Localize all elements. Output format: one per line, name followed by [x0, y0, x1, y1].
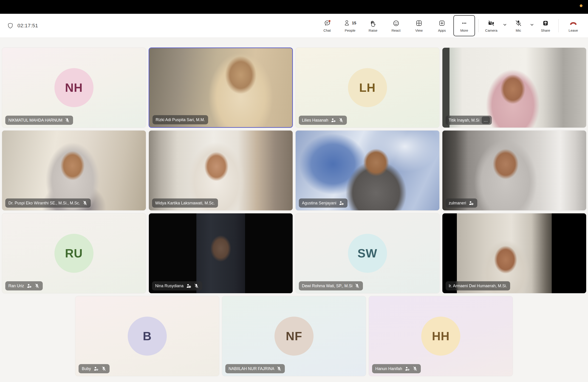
participant-tile[interactable]: Nina Rusydiana ? — [149, 213, 293, 293]
participant-tile[interactable]: Ir. Armaeni Dwi Humaerah, M.Si. — [442, 213, 586, 293]
shield-icon[interactable] — [7, 22, 14, 30]
name-plate: Dr. Puspi Eko Wiranthi SE., M.Si., M.Sc. — [5, 198, 91, 208]
person-badge-icon: ? — [186, 283, 191, 289]
avatar-initials: HH — [421, 317, 460, 356]
toolbar-left: 02:17:51 — [7, 22, 38, 30]
camera-button[interactable]: Camera — [482, 15, 501, 36]
svg-text:?: ? — [408, 368, 409, 371]
mic-muted-icon — [83, 201, 87, 206]
view-button[interactable]: View — [407, 15, 430, 36]
raise-hand-icon — [369, 19, 377, 27]
participant-tile[interactable]: HH Hanun Hanifah ? — [369, 296, 513, 376]
name-plate: Agustina Senjayani ! — [299, 198, 348, 208]
participant-tile[interactable]: RU Ran Uriz ! — [2, 213, 146, 293]
share-button[interactable]: Share — [536, 15, 555, 36]
leave-button[interactable]: Leave — [562, 15, 585, 36]
phone-hangup-icon — [569, 19, 577, 27]
participant-grid: NH NIKMATUL MAHDA HARNUM Rizki Adi Puspi… — [0, 38, 588, 376]
mic-muted-icon — [338, 118, 344, 123]
mic-muted-icon — [276, 366, 282, 371]
participant-tile[interactable]: B Buby ? — [75, 296, 219, 376]
person-badge-icon: ? — [468, 201, 474, 206]
participant-name: Buby — [82, 366, 91, 371]
grid-view-icon — [415, 19, 423, 27]
mic-button[interactable]: Mic — [509, 15, 528, 36]
person-badge-icon: ? — [93, 366, 99, 371]
participant-name: NABIILAH NUR FAJRINA — [229, 366, 274, 371]
ellipsis-icon — [461, 19, 468, 27]
apps-button[interactable]: Apps — [430, 15, 453, 36]
share-arrow-icon — [542, 19, 549, 27]
mic-muted-icon — [101, 366, 106, 371]
name-plate: Nina Rusydiana ? — [152, 281, 202, 290]
react-button[interactable]: React — [384, 15, 407, 36]
avatar-initials: RU — [54, 234, 93, 273]
avatar-initials: B — [128, 317, 167, 356]
svg-text:?: ? — [97, 368, 98, 371]
participant-tile[interactable]: Rizki Adi Puspita Sari, M.M. — [149, 47, 293, 128]
name-plate: Hanun Hanifah ? — [372, 364, 421, 373]
participant-tile[interactable]: LH Lilies Hasanah ! — [295, 47, 440, 128]
mic-muted-icon — [34, 283, 40, 288]
participant-tile[interactable]: zulmaneri ? — [442, 130, 586, 210]
participant-tile[interactable]: NF NABIILAH NUR FAJRINA — [222, 296, 366, 376]
raise-hand-button[interactable]: Raise — [361, 15, 384, 36]
toolbar-divider — [558, 19, 559, 32]
leave-label: Leave — [569, 29, 578, 32]
apps-label: Apps — [438, 29, 446, 32]
meeting-toolbar: 02:17:51 Chat — [0, 14, 588, 38]
name-plate: NABIILAH NUR FAJRINA — [225, 364, 285, 373]
avatar-initials: LH — [348, 68, 387, 107]
people-button[interactable]: 15 People — [338, 15, 361, 36]
raise-label: Raise — [369, 29, 377, 32]
camera-options-chevron[interactable] — [501, 15, 509, 36]
name-plate: NIKMATUL MAHDA HARNUM — [5, 116, 73, 125]
name-plate: Ran Uriz ! — [5, 281, 43, 290]
mic-muted-icon — [355, 283, 360, 288]
participant-name: Ir. Armaeni Dwi Humaerah, M.Si. — [449, 284, 507, 288]
name-plate: Titik Inayah, M.Si … — [446, 116, 492, 125]
participant-name: Hanun Hanifah — [375, 366, 402, 371]
participant-tile[interactable]: Titik Inayah, M.Si … — [442, 47, 586, 128]
view-label: View — [415, 29, 423, 32]
camera-cluster: Camera — [482, 15, 509, 36]
name-plate: Lilies Hasanah ! — [299, 116, 347, 125]
svg-text:?: ? — [472, 203, 473, 205]
title-bar — [0, 0, 588, 14]
mic-cluster: Mic — [509, 15, 536, 36]
more-label: More — [460, 29, 468, 32]
svg-text:!: ! — [30, 286, 31, 288]
svg-text:!: ! — [342, 203, 343, 205]
participant-name: Widya Kartika Laksmawati, M.Sc. — [155, 201, 215, 206]
person-badge-icon: ? — [404, 366, 410, 371]
mic-muted-icon — [413, 366, 418, 371]
meeting-timer: 02:17:51 — [18, 23, 38, 29]
participant-tile[interactable]: NH NIKMATUL MAHDA HARNUM — [2, 47, 146, 128]
name-plate: Dewi Rohma Wati, SP., M.Si — [299, 281, 363, 290]
participant-name: Rizki Adi Puspita Sari, M.M. — [156, 117, 205, 122]
apps-plus-icon — [438, 19, 446, 27]
mic-label: Mic — [516, 29, 521, 32]
participant-name: Dr. Puspi Eko Wiranthi SE., M.Si., M.Sc. — [8, 201, 80, 206]
toolbar-divider — [478, 19, 479, 32]
smiley-icon — [392, 19, 400, 27]
participant-tile[interactable]: Dr. Puspi Eko Wiranthi SE., M.Si., M.Sc. — [2, 130, 146, 210]
tile-more-button[interactable]: … — [482, 116, 490, 124]
camera-label: Camera — [485, 29, 497, 32]
participant-tile[interactable]: SW Dewi Rohma Wati, SP., M.Si — [295, 213, 440, 293]
people-label: People — [345, 29, 356, 32]
person-badge-icon: ! — [331, 118, 336, 123]
avatar-initials: NF — [274, 317, 314, 356]
mic-options-chevron[interactable] — [528, 15, 536, 36]
participant-tile[interactable]: Agustina Senjayani ! — [295, 130, 440, 210]
participant-tile[interactable]: Widya Kartika Laksmawati, M.Sc. — [149, 130, 293, 210]
name-plate: zulmaneri ? — [446, 198, 478, 208]
share-label: Share — [541, 29, 550, 32]
svg-text:?: ? — [189, 286, 190, 288]
chat-button[interactable]: Chat — [315, 15, 338, 36]
more-button[interactable]: More — [453, 15, 475, 36]
chat-label: Chat — [323, 29, 331, 32]
mic-muted-icon — [194, 283, 199, 288]
participant-name: Ran Uriz — [8, 284, 24, 288]
person-badge-icon: ! — [338, 201, 344, 206]
